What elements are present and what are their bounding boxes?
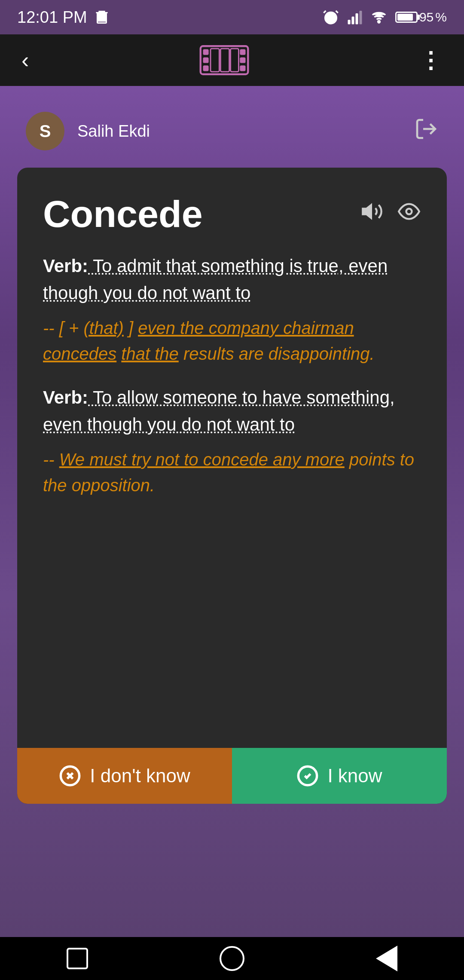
flashcard-content: Concede (17, 168, 447, 748)
status-bar: 12:01 PM (0, 0, 464, 34)
user-avatar: S (26, 112, 64, 150)
back-button[interactable]: ‹ (21, 47, 29, 73)
user-initial: S (40, 122, 51, 141)
word-title: Concede (43, 193, 203, 235)
status-time-area: 12:01 PM (17, 8, 110, 27)
user-info: S Salih Ekdi (26, 112, 150, 150)
status-time: 12:01 PM (17, 8, 87, 27)
svg-rect-5 (348, 20, 350, 24)
eye-icon[interactable] (397, 200, 421, 228)
example-2: -- We must try not to concede any more p… (43, 450, 414, 495)
svg-rect-11 (203, 49, 208, 55)
example-1-text: -- [ + (that) ] even the company chairma… (43, 315, 421, 367)
svg-rect-14 (240, 49, 245, 55)
svg-rect-13 (203, 65, 208, 71)
more-button[interactable]: ⋮ (419, 47, 443, 73)
button-row: I don't know I know (17, 748, 447, 804)
logout-icon[interactable] (414, 117, 438, 146)
dont-know-label: I don't know (90, 765, 190, 787)
check-circle-icon (296, 765, 319, 787)
definition-2-text: Verb: To allow someone to have something… (43, 384, 421, 438)
definition-2-label: Verb: (43, 387, 88, 407)
definition-2-content: To allow someone to have something, even… (43, 387, 395, 435)
svg-rect-8 (359, 11, 362, 24)
circle-icon (220, 946, 244, 971)
svg-rect-6 (351, 17, 354, 24)
square-icon (67, 948, 88, 969)
nav-back-button[interactable] (372, 943, 402, 974)
bottom-nav (0, 937, 464, 980)
nav-square-button[interactable] (62, 943, 92, 974)
status-icons: 95 % (322, 9, 447, 26)
svg-rect-12 (203, 57, 208, 63)
word-row: Concede (43, 193, 421, 235)
battery-percent: 95 (419, 10, 433, 24)
svg-rect-15 (240, 57, 245, 63)
svg-rect-16 (240, 65, 245, 71)
battery-indicator: 95 % (395, 10, 447, 24)
word-icons (360, 200, 421, 228)
know-button[interactable]: I know (232, 748, 447, 804)
dont-know-button[interactable]: I don't know (17, 748, 232, 804)
triangle-back-icon (376, 946, 397, 971)
know-label: I know (327, 765, 382, 787)
example-2-text: -- We must try not to concede any more p… (43, 447, 421, 498)
svg-rect-7 (355, 13, 358, 24)
nav-bar: ‹ ⋮ (0, 34, 464, 86)
definition-1-text: Verb: To admit that something is true, e… (43, 252, 421, 306)
definition-1-content: To admit that something is true, even th… (43, 256, 388, 303)
filmstrip-icon (198, 43, 250, 77)
definition-1-label: Verb: (43, 256, 88, 276)
flashcard: Concede (17, 168, 447, 804)
signal-icon (347, 9, 363, 25)
x-circle-icon (59, 765, 81, 787)
main-content: S Salih Ekdi Concede (0, 86, 464, 937)
user-row: S Salih Ekdi (17, 86, 447, 163)
example-1: -- [ + (that) ] even the company chairma… (43, 318, 375, 363)
svg-rect-19 (230, 49, 238, 72)
svg-marker-21 (363, 205, 371, 218)
app-logo (198, 43, 250, 77)
svg-rect-18 (220, 49, 229, 72)
definition-1-block: Verb: To admit that something is true, e… (43, 252, 421, 367)
alarm-icon (322, 9, 339, 26)
user-name: Salih Ekdi (77, 122, 150, 141)
nav-home-button[interactable] (217, 943, 247, 974)
svg-point-9 (378, 21, 380, 23)
svg-rect-17 (211, 49, 219, 72)
wifi-icon (370, 9, 388, 25)
sound-icon[interactable] (360, 200, 384, 228)
delete-icon (94, 9, 110, 26)
definition-2-block: Verb: To allow someone to have something… (43, 384, 421, 498)
svg-point-22 (406, 209, 412, 214)
